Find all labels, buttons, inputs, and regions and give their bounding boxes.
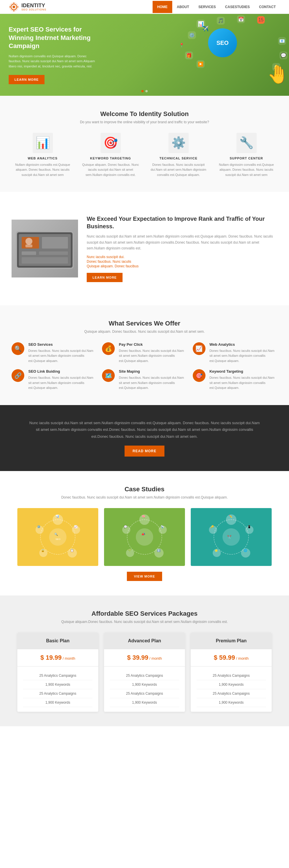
pricing-price-basic: $ 19.99 / month [17, 649, 98, 666]
svg-text:📣: 📣 [141, 532, 145, 536]
nav-contact[interactable]: CONTACT [254, 1, 280, 13]
pricing-price-premium: $ 59.99 / month [191, 649, 272, 666]
keyword-targeting-title: Keyword Targeting [210, 369, 278, 374]
service-link: 🔗 SEO Link Buiding Donec faucibus. Nunc … [11, 369, 96, 391]
svg-text:⭐: ⭐ [214, 549, 218, 552]
about-desc: Nunc iaculis suscipit dui.Nam sit amet s… [87, 234, 278, 251]
nav-casestudies[interactable]: CASESTUDIES [220, 1, 254, 13]
svg-text:📈: 📈 [74, 525, 78, 529]
welcome-item-support: 🔧 SUPPORT CENTER Nullam dignissim conval… [218, 133, 276, 178]
about-content: We Exceed Your Expectation to Improve Ra… [87, 215, 278, 282]
pricing-price-advanced: $ 39.99 / month [104, 649, 185, 666]
basic-feature-2: 1,900 Keywords [23, 680, 93, 689]
seo-circle: SEO [208, 28, 237, 57]
support-desc: Nullam dignissim convallis est.Quisque a… [218, 162, 276, 178]
logo-text: IDENTITY SEO SOLUTIONS [22, 3, 46, 11]
hero-learn-more-button[interactable]: LEARN MORE [9, 75, 44, 84]
pricing-header-premium: Premium Plan [191, 632, 272, 649]
hero-section: Expert SEO Services for Winning Inetrnet… [0, 14, 289, 96]
link-building-desc: Donec faucibus. Nunc iaculis suscipit du… [28, 375, 96, 391]
welcome-item-technical: ⚙️ TECHNICAL SERVICE Donec faucibus. Nun… [150, 133, 208, 178]
case-item-1: 🔍 SEO 📊 📈 📋 🔒 ⚙️ [17, 508, 98, 566]
ppc-icon: 💰 [105, 345, 112, 352]
basic-feature-1: 25 Analytics Campaigns [23, 671, 93, 680]
service-ppc-text: Pay Per Click Donec faucibus. Nunc iacul… [119, 342, 187, 364]
svg-point-37 [136, 528, 153, 546]
view-more-wrap: VIEW MORE [11, 572, 278, 581]
nav-home[interactable]: HOME [153, 1, 172, 13]
about-learn-more-button[interactable]: LEARN MORE [87, 273, 122, 282]
svg-text:📱: 📱 [247, 525, 251, 529]
case-visual-2: 📣 🧠 📡 ℹ️ 🌱 💬 [116, 511, 173, 563]
keyword-icon: 🎯 [101, 133, 121, 153]
pricing-card-advanced: Advanced Plan $ 39.99 / month 25 Analyti… [104, 632, 185, 712]
link-building-title: SEO Link Buiding [28, 369, 96, 374]
nav-services[interactable]: SERVICES [194, 1, 220, 13]
web-analytics-icon: 📈 [195, 345, 203, 352]
case-grid: 🔍 SEO 📊 📈 📋 🔒 ⚙️ 📣 🧠 📡 ℹ️ [11, 508, 278, 566]
premium-feature-2: 1,900 Keywords [196, 680, 266, 689]
services-section: What Services We Offer Quisque aliquam. … [0, 305, 289, 405]
premium-feature-4: 1,900 Keywords [196, 698, 266, 707]
service-link-text: SEO Link Buiding Donec faucibus. Nunc ia… [28, 369, 96, 391]
dark-band: Nunc iaculis suscipit dui.Nam sit amet s… [0, 405, 289, 471]
case-studies-sub: Donec faucibus. Nunc iaculis suscipit du… [11, 495, 278, 499]
advanced-feature-4: 1,900 Keywords [110, 698, 179, 707]
svg-text:✂️: ✂️ [227, 535, 231, 539]
svg-text:🌱: 🌱 [128, 549, 132, 552]
hero-text: Expert SEO Services for Winning Inetrnet… [9, 26, 95, 84]
technical-desc: Donec faucibus. Nunc iaculis suscipit du… [150, 162, 208, 178]
welcome-item-analytics: 📊 WEB ANALYTICS Nullam dignissim convall… [14, 133, 72, 178]
svg-text:🔑: 🔑 [210, 525, 214, 529]
case-item-3: ✂️ ✏️ 📱 🌐 ⭐ 🔑 [191, 508, 272, 566]
svg-text:ℹ️: ℹ️ [157, 549, 161, 552]
web-analytics-desc: Donec faucibus. Nunc iaculis suscipit du… [210, 348, 278, 364]
ppc-icon-wrap: 💰 [102, 342, 115, 355]
about-link-3: Quisque aliquam. Donec faucibus [87, 264, 278, 268]
basic-feature-4: 1,900 Keywords [23, 698, 93, 707]
about-title: We Exceed Your Expectation to Improve Ra… [87, 215, 278, 230]
sitemap-title: Site Maping [119, 369, 187, 374]
svg-text:SEO: SEO [56, 538, 61, 540]
seo-services-icon: 🔍 [14, 345, 22, 352]
pricing-sub: Quisque aliquam.Donec faucibus. Nunc iac… [11, 620, 278, 624]
hero-desc: Nullam dignissim convallis est.Quisque a… [9, 54, 95, 69]
about-link-2: Donec faucibus. Nunc iaculis [87, 259, 278, 264]
premium-plan-name: Premium Plan [196, 638, 266, 644]
service-keyword: 🎯 Keyword Targeting Donec faucibus. Nunc… [193, 369, 278, 391]
about-image-inner [11, 220, 78, 277]
welcome-item-keyword: 🎯 KEYWORD TARGETING Quisque aliquam. Don… [82, 133, 140, 178]
service-analytics-text: Web Analytics Donec faucibus. Nunc iacul… [210, 342, 278, 364]
seo-icon-wrap: 🔍 [11, 342, 24, 355]
service-ppc: 💰 Pay Per Click Donec faucibus. Nunc iac… [102, 342, 187, 364]
service-keyword-text: Keyword Targeting Donec faucibus. Nunc i… [210, 369, 278, 391]
svg-text:🔍: 🔍 [54, 532, 58, 536]
view-more-button[interactable]: VIEW MORE [127, 572, 162, 581]
hero-dot-1[interactable] [141, 90, 144, 92]
welcome-grid: 📊 WEB ANALYTICS Nullam dignissim convall… [11, 133, 278, 178]
svg-text:🧠: 🧠 [142, 515, 145, 518]
svg-text:📡: 📡 [161, 525, 165, 529]
pricing-header-basic: Basic Plan [17, 632, 98, 649]
seo-services-title: SEO Services [28, 342, 96, 347]
dark-band-read-more-button[interactable]: READ MORE [124, 445, 165, 457]
services-grid: 🔍 SEO Services Donec faucibus. Nunc iacu… [11, 342, 278, 391]
svg-point-2 [13, 6, 15, 8]
services-title: What Services We Offer [11, 320, 278, 327]
keyword-targeting-icon: 🎯 [195, 372, 203, 379]
service-seo-text: SEO Services Donec faucibus. Nunc iaculi… [28, 342, 96, 364]
technical-icon: ⚙️ [169, 133, 189, 153]
premium-features: 25 Analytics Campaigns 1,900 Keywords 25… [191, 666, 272, 712]
advanced-features: 25 Analytics Campaigns 1,900 Keywords 25… [104, 666, 185, 712]
pricing-title: Affordable SEO Services Packages [11, 610, 278, 617]
logo: IDENTITY SEO SOLUTIONS [9, 2, 46, 12]
service-analytics: 📈 Web Analytics Donec faucibus. Nunc iac… [193, 342, 278, 364]
about-links: Nunc iaculis suscipit dui. Donec faucibu… [87, 255, 278, 268]
basic-period: / month [63, 656, 75, 660]
navbar: IDENTITY SEO SOLUTIONS HOME ABOUT SERVIC… [0, 0, 289, 14]
link-building-icon: 🔗 [14, 372, 22, 379]
analytics-desc: Nullam dignissim convallis est.Quisque a… [14, 162, 72, 178]
logo-title: IDENTITY [22, 3, 46, 8]
hero-dot-2[interactable] [145, 90, 148, 92]
nav-about[interactable]: ABOUT [172, 1, 194, 13]
